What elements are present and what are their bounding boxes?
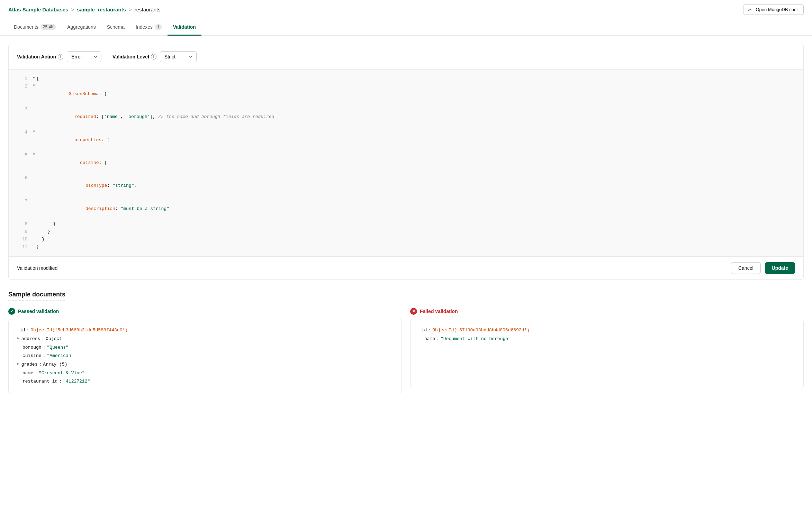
toggle-arrow-4[interactable]: ▼ <box>33 129 35 135</box>
tab-schema[interactable]: Schema <box>101 19 130 36</box>
validation-controls: Validation Action i Error Warn Validatio… <box>9 44 803 70</box>
nav-tabs: Documents 25.4K Aggregations Schema Inde… <box>0 19 812 36</box>
failed-field-id: _id : ObjectId('67190a93bdd8b4d806d6692d… <box>419 326 795 335</box>
toggle-arrow-1[interactable]: ▼ <box>33 75 35 81</box>
passed-field-restaurant-id: restaurant_id : "41227212" <box>17 377 393 386</box>
validation-level-select[interactable]: Strict Moderate Off <box>160 51 197 62</box>
code-line-9: 9 ▶ } <box>17 228 795 236</box>
code-line-3: 3 ▶ required: ['name', 'borough'], // th… <box>17 105 795 128</box>
docs-grid: ✓ Passed validation _id : ObjectId('5eb3… <box>8 308 804 393</box>
code-line-11: 11 ▶ } <box>17 243 795 251</box>
breadcrumb-root[interactable]: Atlas Sample Databases <box>8 7 68 12</box>
code-line-5: 5 ▼ cuisine: { <box>17 152 795 174</box>
validation-footer: Validation modified Cancel Update <box>9 257 803 279</box>
code-line-2: 2 ▼ $jsonSchema: { <box>17 83 795 105</box>
passed-field-id: _id : ObjectId('5eb3d668b31de5d588f443e0… <box>17 326 393 335</box>
sample-docs-title: Sample documents <box>8 291 65 301</box>
top-bar: Atlas Sample Databases > sample_restaura… <box>0 0 812 19</box>
passed-field-address: ▶ address : Object <box>17 335 393 343</box>
validation-level-label: Validation Level i <box>112 54 156 59</box>
failed-doc-card: _id : ObjectId('67190a93bdd8b4d806d6692d… <box>410 319 804 388</box>
sample-docs-section: Sample documents ✓ Passed validation _id… <box>8 291 804 393</box>
failed-column: ✕ Failed validation _id : ObjectId('6719… <box>410 308 804 393</box>
passed-field-borough: borough : "Queens" <box>17 343 393 352</box>
code-line-10: 10 ▶ } <box>17 236 795 243</box>
main-content: Validation Action i Error Warn Validatio… <box>0 36 812 402</box>
tab-documents-badge: 25.4K <box>40 24 56 30</box>
breadcrumb-separator-2: > <box>129 7 132 12</box>
tab-documents-label: Documents <box>14 24 38 30</box>
code-line-8: 8 ▶ } <box>17 220 795 228</box>
failed-status-header: ✕ Failed validation <box>410 308 804 315</box>
breadcrumb-separator-1: > <box>71 7 74 12</box>
passed-field-grades: ▶ grades : Array (5) <box>17 360 393 369</box>
breadcrumb: Atlas Sample Databases > sample_restaura… <box>8 7 161 12</box>
open-shell-label: Open MongoDB shell <box>756 7 799 12</box>
grades-toggle[interactable]: ▶ <box>17 360 19 368</box>
tab-schema-label: Schema <box>107 24 125 30</box>
toggle-arrow-5[interactable]: ▼ <box>33 152 35 157</box>
validation-action-group: Validation Action i Error Warn <box>17 51 101 62</box>
failed-field-name: name : "Document with no borough" <box>419 335 795 343</box>
code-line-4: 4 ▼ properties: { <box>17 129 795 152</box>
code-editor[interactable]: 1 ▼ { 2 ▼ $jsonSchema: { 3 ▶ required: [… <box>9 70 803 257</box>
tab-indexes-label: Indexes <box>136 24 153 30</box>
footer-buttons: Cancel Update <box>731 262 795 274</box>
address-toggle[interactable]: ▶ <box>17 335 19 342</box>
failed-icon: ✕ <box>410 308 417 315</box>
code-line-1: 1 ▼ { <box>17 75 795 83</box>
terminal-icon: >_ <box>748 7 754 12</box>
validation-action-select[interactable]: Error Warn <box>67 51 101 62</box>
passed-column: ✓ Passed validation _id : ObjectId('5eb3… <box>8 308 402 393</box>
passed-field-name: name : "Crescent & Vine" <box>17 369 393 378</box>
open-shell-button[interactable]: >_ Open MongoDB shell <box>743 4 804 15</box>
update-button[interactable]: Update <box>765 262 795 274</box>
validation-action-info-icon[interactable]: i <box>58 54 63 59</box>
tab-aggregations-label: Aggregations <box>67 24 96 30</box>
code-line-6: 6 ▶ bsonType: "string", <box>17 174 795 197</box>
tab-documents[interactable]: Documents 25.4K <box>8 19 62 36</box>
validation-level-info-icon[interactable]: i <box>151 54 156 59</box>
passed-field-cuisine: cuisine : "American" <box>17 352 393 360</box>
failed-label: Failed validation <box>420 309 458 314</box>
tab-validation-label: Validation <box>173 24 196 30</box>
cancel-button[interactable]: Cancel <box>731 262 761 274</box>
tab-indexes[interactable]: Indexes 1 <box>130 19 168 36</box>
passed-label: Passed validation <box>18 309 59 314</box>
breadcrumb-collection[interactable]: sample_restaurants <box>77 7 126 12</box>
toggle-arrow-2[interactable]: ▼ <box>33 83 35 89</box>
passed-doc-card: _id : ObjectId('5eb3d668b31de5d588f443e0… <box>8 319 402 393</box>
passed-status-header: ✓ Passed validation <box>8 308 402 315</box>
passed-icon: ✓ <box>8 308 15 315</box>
validation-action-label: Validation Action i <box>17 54 63 59</box>
tab-validation[interactable]: Validation <box>168 19 201 36</box>
validation-level-group: Validation Level i Strict Moderate Off <box>112 51 197 62</box>
code-line-7: 7 ▶ description: "must be a string" <box>17 198 795 220</box>
validation-modified-text: Validation modified <box>17 265 57 271</box>
breadcrumb-document: restaurants <box>135 7 161 12</box>
tab-aggregations[interactable]: Aggregations <box>62 19 101 36</box>
tab-indexes-badge: 1 <box>155 24 162 30</box>
validation-panel: Validation Action i Error Warn Validatio… <box>8 44 804 280</box>
